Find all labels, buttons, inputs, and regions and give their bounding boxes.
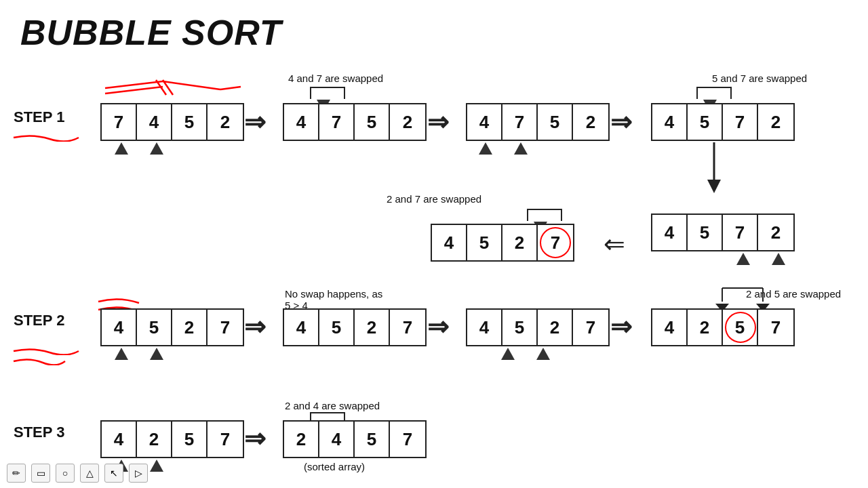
cell: 5	[137, 310, 172, 345]
arrow-up	[115, 142, 128, 155]
swap-label-s3a: 2 and 4 are swapped	[285, 400, 380, 411]
cell: 4	[284, 310, 319, 345]
step2-array2: 4 5 2 7	[283, 308, 427, 346]
cell: 4	[467, 310, 502, 345]
cell: 2	[573, 104, 608, 140]
arrow-up	[514, 142, 528, 155]
cell: 5	[355, 104, 390, 140]
step1-array6: 4 5 7 2	[651, 214, 795, 251]
tool-select[interactable]: ↖	[104, 464, 123, 483]
cell: 7	[502, 104, 538, 140]
fat-arrow-2-3: ⇒	[427, 107, 449, 137]
svg-line-5	[220, 87, 241, 89]
swap-label-s1a: 4 and 7 are swapped	[288, 73, 383, 84]
cell: 2	[355, 310, 390, 345]
cell: 5	[502, 310, 538, 345]
cell: 4	[652, 215, 688, 250]
step1-array2: 4 7 5 2	[283, 103, 427, 141]
cell: 4	[137, 104, 172, 140]
down-arrow-4-6	[704, 142, 724, 197]
cell: 4	[284, 104, 319, 140]
no-swap-label: No swap happens, as 5 > 4	[285, 288, 382, 311]
step1-array3: 4 7 5 2	[466, 103, 610, 141]
cell: 5	[467, 225, 502, 260]
cell: 4	[652, 310, 688, 345]
cell-circled-7: 7	[538, 225, 573, 260]
arrow-up	[772, 253, 785, 265]
arrow-up	[501, 348, 515, 360]
tool-ellipse[interactable]: ○	[56, 464, 75, 483]
arrow-up	[150, 142, 163, 155]
step1-array1: 7 4 5 2	[100, 103, 244, 141]
arrow-up	[479, 142, 492, 155]
bracket-above-4	[696, 87, 732, 99]
cell: 2	[137, 422, 172, 457]
cell: 7	[390, 422, 425, 457]
cell: 7	[208, 422, 243, 457]
tool-play[interactable]: ▷	[129, 464, 148, 483]
cell: 4	[102, 310, 137, 345]
fat-arrow-left-6-5: ⇐	[604, 229, 625, 259]
cell: 2	[390, 104, 425, 140]
svg-marker-7	[707, 180, 721, 193]
cell: 2	[688, 310, 723, 345]
red-underline-step2b	[12, 356, 66, 365]
arrow-up	[150, 348, 163, 360]
fat-arrow-s2-1-2: ⇒	[244, 312, 266, 342]
swap-label-s1c: 2 and 7 are swapped	[387, 193, 481, 205]
cell: 4	[319, 422, 355, 457]
bracket-down-s2-4	[702, 285, 783, 312]
cell: 4	[102, 422, 137, 457]
cell: 2	[172, 310, 208, 345]
cell: 2	[502, 225, 538, 260]
page-title: BUBBLE SORT	[20, 12, 282, 53]
cell: 7	[319, 104, 355, 140]
cell: 7	[390, 310, 425, 345]
cell: 2	[758, 215, 793, 250]
step3-array1: 4 2 5 7	[100, 420, 244, 458]
cell: 7	[208, 310, 243, 345]
step1-label: STEP 1	[14, 108, 64, 126]
cell: 5	[172, 104, 208, 140]
bracket-above-5	[527, 209, 562, 221]
swap-label-s1b: 5 and 7 are swapped	[712, 73, 807, 84]
step1-array5: 4 5 2 7	[431, 224, 574, 262]
cell-circled-5: 5	[723, 310, 758, 345]
cell: 5	[355, 422, 390, 457]
cell: 7	[102, 104, 137, 140]
cell: 5	[688, 215, 723, 250]
toolbar: ✏ ▭ ○ △ ↖ ▷	[7, 464, 148, 483]
cell: 5	[688, 104, 723, 140]
cell: 5	[172, 422, 208, 457]
step1-array4: 4 5 7 2	[651, 103, 795, 141]
arrow-up	[736, 253, 750, 265]
cell: 2	[284, 422, 319, 457]
fat-arrow-s2-3-4: ⇒	[610, 312, 632, 342]
step2-label: STEP 2	[14, 312, 64, 329]
tool-pencil[interactable]: ✏	[7, 464, 26, 483]
step3-array2: 2 4 5 7	[283, 420, 427, 458]
tool-triangle[interactable]: △	[80, 464, 99, 483]
cell: 5	[538, 104, 573, 140]
cell: 2	[208, 104, 243, 140]
arrow-up	[150, 460, 163, 472]
cell: 2	[758, 104, 793, 140]
cell: 7	[723, 215, 758, 250]
cell: 2	[538, 310, 573, 345]
cell: 4	[467, 104, 502, 140]
cell: 5	[319, 310, 355, 345]
tool-rect[interactable]: ▭	[31, 464, 50, 483]
step2-array4: 4 2 5 7	[651, 308, 795, 346]
red-underline-step2	[12, 346, 80, 355]
fat-arrow-3-4: ⇒	[610, 107, 632, 137]
fat-arrow-1-2: ⇒	[244, 107, 266, 137]
cell: 4	[652, 104, 688, 140]
cell: 7	[758, 310, 793, 345]
bracket-above-2	[310, 87, 345, 99]
fat-arrow-s2-2-3: ⇒	[427, 312, 449, 342]
step2-array3: 4 5 2 7	[466, 308, 610, 346]
fat-arrow-s3: ⇒	[244, 424, 266, 453]
arrow-up	[536, 348, 550, 360]
cell: 7	[573, 310, 608, 345]
svg-line-2	[163, 81, 220, 89]
